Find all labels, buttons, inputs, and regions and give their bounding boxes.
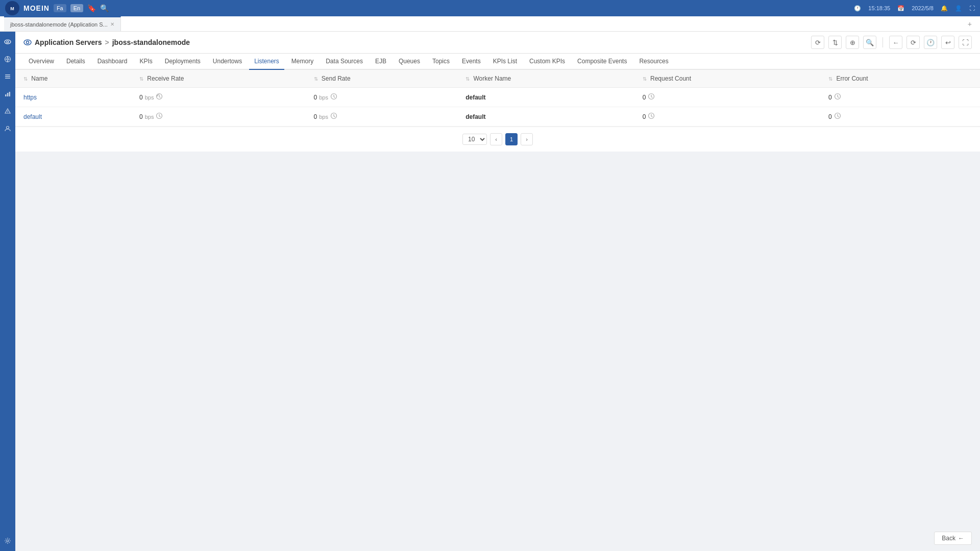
subnav-kpislist[interactable]: KPIs List (488, 54, 522, 70)
sort-name-icon: ⇅ (23, 76, 28, 82)
request-history-icon-0[interactable] (648, 93, 655, 102)
refresh-nav-button[interactable]: ⟳ (906, 36, 920, 49)
current-date: 2022/5/8 (912, 5, 934, 11)
sort-worker-icon: ⇅ (465, 76, 470, 82)
sort-error-icon: ⇅ (828, 76, 832, 82)
subnav-compositeevents[interactable]: Composite Events (572, 54, 632, 70)
subnav-listeners[interactable]: Listeners (249, 54, 284, 70)
subnav-memory[interactable]: Memory (286, 54, 318, 70)
cell-receive-0: 0 bps (131, 88, 306, 107)
search-button[interactable]: 🔍 (863, 36, 876, 49)
sidebar-icon-list[interactable] (2, 70, 14, 83)
error-value-1: 0 (828, 113, 832, 120)
sidebar-icon-chart[interactable] (2, 88, 14, 100)
table-row: https 0 bps (15, 88, 980, 107)
zoom-button[interactable]: ⊕ (846, 36, 859, 49)
tabbar: jboss-standalonemode (Application S... ✕… (0, 16, 980, 32)
svg-point-3 (7, 41, 9, 43)
current-page-button[interactable]: 1 (505, 133, 518, 145)
prev-page-button[interactable]: ‹ (490, 133, 502, 145)
history-nav-button[interactable]: 🕐 (924, 36, 937, 49)
col-error-label: Error Count (836, 75, 868, 82)
error-history-icon-1[interactable] (834, 112, 841, 121)
col-worker-name[interactable]: ⇅ Worker Name (457, 70, 634, 88)
send-unit-0: bps (319, 94, 328, 101)
calendar-icon: 📅 (897, 5, 904, 12)
bookmark-icon[interactable]: 🔖 (87, 4, 96, 12)
col-name[interactable]: ⇅ Name (15, 70, 131, 88)
user-icon[interactable]: 👤 (955, 5, 962, 12)
receive-history-icon-1[interactable] (156, 112, 163, 121)
col-error-count[interactable]: ⇅ Error Count (820, 70, 980, 88)
expand-nav-button[interactable]: ⛶ (959, 36, 972, 49)
sort-receive-icon: ⇅ (139, 76, 143, 82)
subnav-events[interactable]: Events (457, 54, 486, 70)
search-topbar-icon[interactable]: 🔍 (100, 4, 109, 12)
table-body: https 0 bps (15, 88, 980, 127)
request-history-icon-1[interactable] (648, 112, 655, 121)
sidebar-icon-network[interactable] (2, 53, 14, 65)
svg-rect-6 (5, 74, 10, 76)
breadcrumb-separator: > (105, 38, 109, 46)
sidebar-icon-settings[interactable] (2, 535, 14, 547)
subnav-undertows[interactable]: Undertows (208, 54, 247, 70)
brand-name: MOEIN (23, 4, 50, 12)
pagination: 10 20 50 ‹ 1 › (15, 127, 980, 152)
back-label: Back (942, 535, 955, 542)
receive-history-icon-0[interactable] (156, 93, 163, 102)
table-row: default 0 bps (15, 107, 980, 127)
send-history-icon-0[interactable] (330, 93, 337, 102)
svg-rect-9 (5, 94, 7, 96)
col-name-label: Name (31, 75, 47, 82)
refresh-button[interactable]: ⟳ (811, 36, 824, 49)
subnav-customkpis[interactable]: Custom KPIs (524, 54, 570, 70)
lang-en-button[interactable]: En (70, 4, 83, 12)
back-nav-button[interactable]: ← (889, 36, 902, 49)
columns-button[interactable]: ⇅ (828, 36, 842, 49)
svg-point-13 (7, 112, 8, 113)
subnav-resources[interactable]: Resources (634, 54, 673, 70)
subnav-datasources[interactable]: Data Sources (321, 54, 368, 70)
svg-point-17 (27, 41, 29, 44)
col-send-rate[interactable]: ⇅ Send Rate (306, 70, 458, 88)
sidebar-icon-alert[interactable] (2, 105, 14, 117)
error-history-icon-0[interactable] (834, 93, 841, 102)
topbar: M MOEIN Fa En 🔖 🔍 🕐 15:18:35 📅 2022/5/8 … (0, 0, 980, 16)
col-receive-rate[interactable]: ⇅ Receive Rate (131, 70, 306, 88)
sidebar-icon-user[interactable] (2, 122, 14, 135)
sidebar-icon-eye[interactable] (2, 36, 14, 48)
page-size-select[interactable]: 10 20 50 (462, 134, 487, 145)
back-button[interactable]: Back ← (934, 532, 972, 545)
tab-main[interactable]: jboss-standalonemode (Application S... ✕ (4, 16, 121, 31)
cell-worker-1: default (457, 107, 634, 127)
fullscreen-icon[interactable]: ⛶ (969, 5, 975, 11)
subnav-kpis[interactable]: KPIs (134, 54, 157, 70)
tab-add-icon[interactable]: + (964, 20, 976, 28)
subnav-ejb[interactable]: EJB (370, 54, 391, 70)
send-unit-1: bps (319, 114, 328, 120)
subnav-overview[interactable]: Overview (23, 54, 59, 70)
undo-nav-button[interactable]: ↩ (941, 36, 954, 49)
send-history-icon-1[interactable] (330, 112, 337, 121)
subnav-deployments[interactable]: Deployments (160, 54, 206, 70)
col-worker-label: Worker Name (474, 75, 511, 82)
subnav-details[interactable]: Details (61, 54, 90, 70)
receive-unit-1: bps (145, 114, 154, 120)
lang-fa-button[interactable]: Fa (54, 4, 66, 12)
subnav-topics[interactable]: Topics (427, 54, 455, 70)
topbar-left: M MOEIN Fa En 🔖 🔍 (5, 1, 109, 15)
back-area: Back ← (15, 525, 980, 551)
listeners-table: ⇅ Name ⇅ Receive Rate ⇅ Send Rate ⇅ (15, 70, 980, 127)
breadcrumb-app-servers[interactable]: Application Servers (35, 38, 102, 46)
row-name-link-1[interactable]: default (23, 113, 42, 120)
row-name-link-0[interactable]: https (23, 94, 37, 101)
sort-request-icon: ⇅ (643, 76, 647, 82)
col-request-count[interactable]: ⇅ Request Count (634, 70, 820, 88)
request-value-0: 0 (643, 94, 646, 101)
bell-icon[interactable]: 🔔 (941, 5, 948, 12)
subnav-dashboard[interactable]: Dashboard (92, 54, 133, 70)
next-page-button[interactable]: › (521, 133, 533, 145)
tab-close-icon[interactable]: ✕ (110, 21, 114, 27)
subnav-queues[interactable]: Queues (394, 54, 425, 70)
eye-breadcrumb-icon (23, 38, 32, 46)
